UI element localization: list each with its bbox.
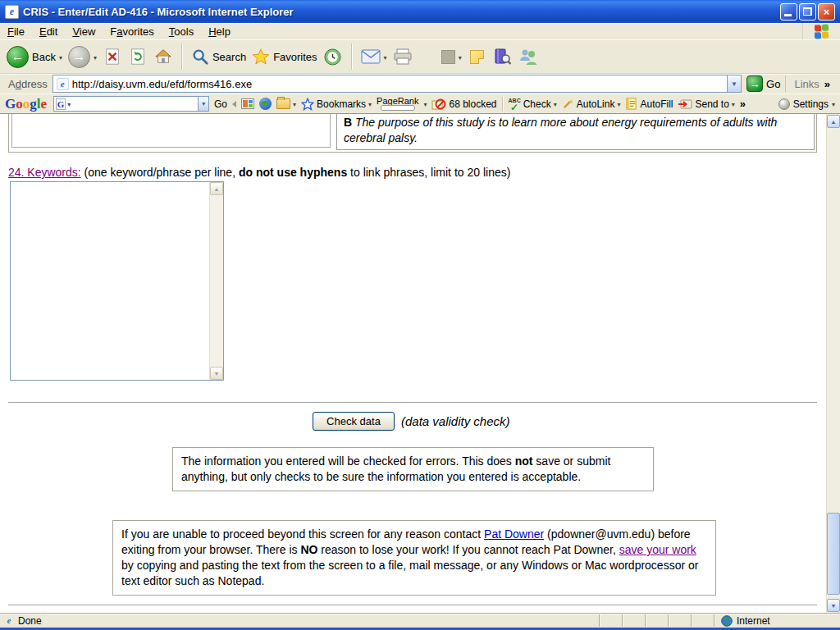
menu-view[interactable]: View xyxy=(65,24,103,39)
autolink-dropdown-icon[interactable]: ▾ xyxy=(617,99,620,108)
bookmarks-button[interactable]: Bookmarks ▾ xyxy=(301,98,372,111)
internet-globe-icon xyxy=(721,615,733,627)
go-button[interactable]: → Go xyxy=(742,75,785,92)
address-label: Address xyxy=(3,78,52,90)
windows-flag-icon xyxy=(815,24,829,39)
edit-button[interactable]: ▾ xyxy=(441,50,462,64)
toolbar-separator xyxy=(181,43,183,70)
earth-icon[interactable] xyxy=(259,98,272,110)
windows-logo xyxy=(802,23,840,39)
bookmarks-star-icon xyxy=(301,98,314,111)
scroll-down-icon[interactable]: ▼ xyxy=(827,599,840,612)
autofill-button[interactable]: AutoFill xyxy=(625,98,673,110)
pat-downer-link[interactable]: Pat Downer xyxy=(484,527,544,541)
history-button[interactable] xyxy=(323,47,343,66)
search-button[interactable]: Search xyxy=(191,48,246,66)
google-go-button[interactable]: Go xyxy=(214,98,227,110)
keywords-textarea[interactable]: ▲ ▼ xyxy=(10,181,224,381)
print-icon xyxy=(393,48,413,65)
check-data-button[interactable]: Check data xyxy=(313,412,395,431)
bookmarks-dropdown-icon[interactable]: ▾ xyxy=(368,99,372,108)
study-purpose-cell: B The purpose of this study is to learn … xyxy=(336,114,815,150)
mail-button[interactable]: ▾ xyxy=(361,49,387,64)
research-button[interactable] xyxy=(493,47,513,66)
links-chevron-icon[interactable]: » xyxy=(824,78,830,90)
pagerank-meter xyxy=(381,105,415,111)
stop-button[interactable] xyxy=(103,47,122,66)
address-dropdown-button[interactable]: ▼ xyxy=(727,75,741,92)
keywords-scrollbar[interactable]: ▲ ▼ xyxy=(209,182,223,380)
close-button[interactable]: × xyxy=(818,3,835,21)
folder-icon xyxy=(276,98,290,109)
google-g-icon: G xyxy=(56,98,66,110)
google-chevron-icon[interactable]: » xyxy=(740,98,746,110)
discuss-button[interactable] xyxy=(468,47,487,66)
scroll-down-icon[interactable]: ▼ xyxy=(210,367,223,380)
security-zone: Internet xyxy=(714,614,837,627)
popup-blocked-icon xyxy=(431,98,446,111)
status-ie-icon: e xyxy=(3,615,15,627)
objectives-textarea[interactable] xyxy=(11,114,331,148)
page-scrollbar[interactable]: ▲ ▼ xyxy=(826,114,840,613)
scrollbar-thumb[interactable] xyxy=(827,513,840,595)
google-search-dropdown[interactable]: ▼ xyxy=(198,97,208,111)
links-toolbar[interactable]: Links » xyxy=(785,75,837,92)
home-button[interactable] xyxy=(153,47,173,66)
menu-help[interactable]: Help xyxy=(201,24,238,39)
menu-favorites[interactable]: Favorites xyxy=(103,24,161,39)
scroll-up-icon[interactable]: ▲ xyxy=(827,115,840,128)
collapse-icon[interactable] xyxy=(232,101,236,107)
edit-dropdown-icon[interactable]: ▾ xyxy=(459,52,462,62)
settings-dropdown-icon[interactable]: ▾ xyxy=(832,99,835,108)
search-label: Search xyxy=(212,51,246,63)
bookmarks-label: Bookmarks xyxy=(317,98,366,110)
back-button[interactable]: ← Back ▾ xyxy=(7,46,62,68)
messenger-button[interactable] xyxy=(518,47,538,66)
back-dropdown-icon[interactable]: ▾ xyxy=(59,52,62,62)
contact-info-box: If you are unable to proceed beyond this… xyxy=(112,520,716,596)
autofill-label: AutoFill xyxy=(640,98,673,110)
standard-toolbar: ← Back ▾ → ▾ Search Favorites xyxy=(0,39,840,74)
forward-dropdown-icon[interactable]: ▾ xyxy=(94,52,97,62)
keywords-link[interactable]: 24. Keywords: xyxy=(8,166,81,179)
refresh-button[interactable] xyxy=(128,47,148,66)
favorites-button[interactable]: Favorites xyxy=(252,48,317,66)
menu-edit[interactable]: Edit xyxy=(32,24,65,39)
page-favicon: e xyxy=(57,78,69,90)
photos-button[interactable] xyxy=(241,98,254,109)
restore-button[interactable] xyxy=(799,3,816,21)
menu-tools[interactable]: Tools xyxy=(162,24,201,39)
mail-dropdown-icon[interactable]: ▾ xyxy=(384,52,387,62)
sendto-button[interactable]: Send to ▾ xyxy=(678,98,734,110)
forward-button[interactable]: → ▾ xyxy=(68,46,97,68)
status-pane xyxy=(599,614,622,627)
menu-file[interactable]: File xyxy=(0,24,32,39)
pagerank-label: PageRank xyxy=(377,97,418,105)
check-data-row: Check data (data validity check) xyxy=(313,412,510,431)
address-input[interactable] xyxy=(72,76,727,91)
google-search-input[interactable] xyxy=(71,98,198,110)
autolink-button[interactable]: AutoLink ▾ xyxy=(562,98,621,110)
popup-blocker-button[interactable]: 68 blocked xyxy=(431,98,496,111)
pagerank-button[interactable]: PageRank xyxy=(377,97,418,111)
status-pane xyxy=(645,614,668,627)
restore-icon xyxy=(803,7,812,16)
save-your-work-link[interactable]: save your work xyxy=(619,543,696,556)
sendto-dropdown-icon[interactable]: ▾ xyxy=(732,99,735,108)
title-bar: e CRIS - Enter/Edit AD-416 - Microsoft I… xyxy=(0,0,840,23)
folder-dropdown-icon[interactable]: ▾ xyxy=(293,99,296,108)
settings-button[interactable]: Settings ▾ xyxy=(778,98,835,110)
favorites-label: Favorites xyxy=(273,51,317,63)
go-arrow-icon: → xyxy=(746,75,763,92)
note-icon xyxy=(470,50,484,64)
folder-button[interactable]: ▾ xyxy=(276,98,296,109)
toolbar-separator xyxy=(502,97,504,112)
horizontal-rule xyxy=(8,605,817,606)
address-input-wrap: e ▼ xyxy=(52,75,742,93)
minimize-button[interactable] xyxy=(780,3,797,21)
scroll-up-icon[interactable]: ▲ xyxy=(210,182,223,195)
pagerank-dropdown-icon[interactable]: ▾ xyxy=(423,99,427,108)
print-button[interactable] xyxy=(393,47,413,66)
spellcheck-button[interactable]: ABC✓ Check ▾ xyxy=(509,98,557,111)
check-dropdown-icon[interactable]: ▾ xyxy=(554,99,557,108)
